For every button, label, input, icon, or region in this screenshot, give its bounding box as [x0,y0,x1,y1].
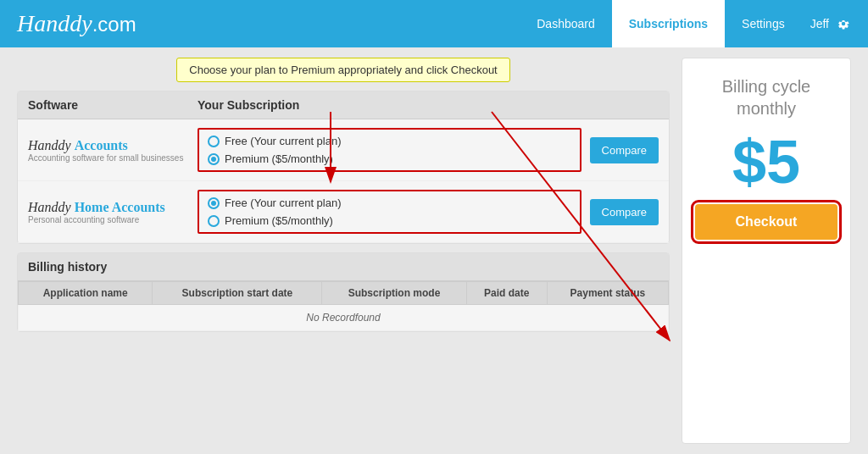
logo-suffix: .com [92,13,136,36]
radio-circle-free-1 [208,136,220,147]
billing-history-box: Billing history Application name Subscri… [17,252,670,332]
software-name-2: Handdy Home Accounts [28,200,198,215]
user-area: Jeff [802,16,851,31]
logo: Handdy.com [17,10,136,37]
settings-icon[interactable] [836,16,851,31]
main-content: Choose your plan to Premium appropriatel… [0,47,868,454]
radio-circle-premium-1 [208,153,220,165]
col-app-name: Application name [19,282,153,305]
checkout-button[interactable]: Checkout [695,204,837,240]
radio-options-2: Free (Your current plan) Premium ($5/mon… [198,190,581,234]
nav-settings[interactable]: Settings [725,0,802,47]
logo-area: Handdy.com [17,10,520,37]
billing-history-header: Billing history [18,253,669,281]
tooltip-banner: Choose your plan to Premium appropriatel… [176,58,509,82]
subscription-box: Software Your Subscription Handdy Accoun… [17,91,670,244]
col-payment-status: Payment status [547,282,668,305]
software-desc-2: Personal accounting software [28,215,198,224]
billing-cycle-label: Billing cycle monthly [695,75,837,119]
left-panel: Choose your plan to Premium appropriatel… [17,58,670,444]
col-mode: Subscription mode [322,282,466,305]
username: Jeff [810,17,829,30]
col-software: Software [28,98,198,112]
empty-message: No Recordfound [19,305,669,331]
nav-dashboard[interactable]: Dashboard [520,0,612,47]
subscription-row-2: Handdy Home Accounts Personal accounting… [18,181,669,243]
header: Handdy.com Dashboard Subscriptions Setti… [0,0,868,47]
radio-circle-free-2 [208,197,220,209]
billing-history-title: Billing history [28,260,107,274]
col-your-subscription: Your Subscription [198,98,659,112]
price-display: $5 [732,131,800,192]
subscription-header: Software Your Subscription [18,91,669,119]
billing-table: Application name Subscription start date… [18,281,669,331]
software-logo-2: Handdy Home Accounts Personal accounting… [28,200,198,224]
col-start-date: Subscription start date [153,282,322,305]
software-logo-1: Handdy Accounts Accounting software for … [28,138,198,163]
nav-subscriptions[interactable]: Subscriptions [612,0,725,47]
tooltip-text: Choose your plan to Premium appropriatel… [189,64,497,76]
compare-button-2[interactable]: Compare [590,199,659,225]
right-panel: Billing cycle monthly $5 Checkout [682,58,851,444]
radio-options-1: Free (Your current plan) Premium ($5/mon… [198,128,581,172]
radio-circle-premium-2 [208,215,220,227]
radio-free-1[interactable]: Free (Your current plan) [208,135,571,147]
radio-premium-2[interactable]: Premium ($5/monthly) [208,214,571,227]
col-paid-date: Paid date [466,282,547,305]
software-desc-1: Accounting software for small businesses [28,153,198,163]
main-nav: Dashboard Subscriptions Settings [520,0,801,47]
software-name-1: Handdy Accounts [28,138,198,153]
table-empty-row: No Recordfound [19,305,669,331]
radio-premium-1[interactable]: Premium ($5/monthly) [208,152,571,165]
subscription-row-1: Handdy Accounts Accounting software for … [18,119,669,181]
radio-free-2[interactable]: Free (Your current plan) [208,197,571,209]
compare-button-1[interactable]: Compare [590,137,659,163]
table-header-row: Application name Subscription start date… [19,282,669,305]
